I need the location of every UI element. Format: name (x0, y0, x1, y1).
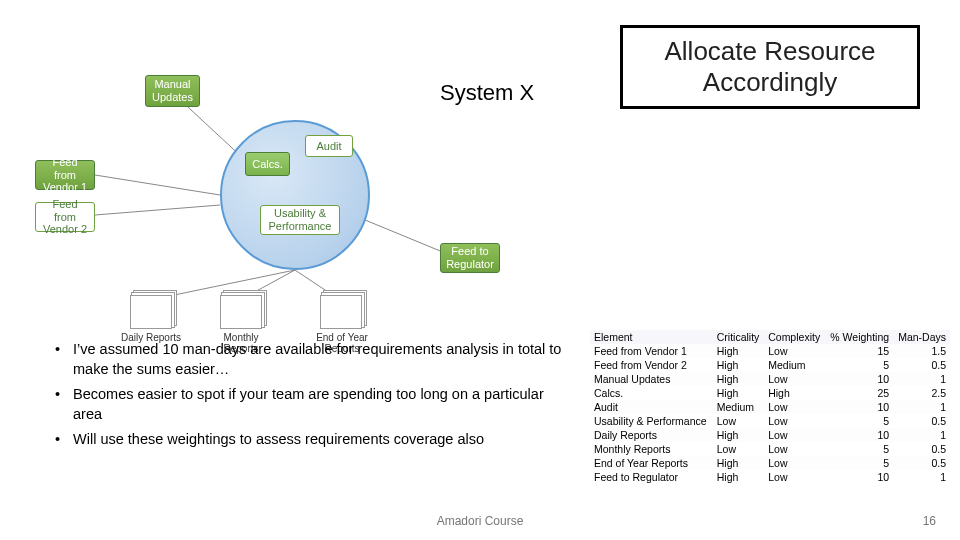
cell-wt: 10 (825, 428, 893, 442)
svg-line-2 (95, 205, 220, 215)
table-row: Daily ReportsHighLow101 (590, 428, 950, 442)
footer-page-number: 16 (923, 514, 936, 528)
table-row: Manual UpdatesHighLow101 (590, 372, 950, 386)
cell-comp: Low (764, 414, 825, 428)
svg-line-6 (365, 220, 450, 255)
cell-crit: High (713, 456, 764, 470)
col-criticality: Criticality (713, 330, 764, 344)
weighting-table: Element Criticality Complexity % Weighti… (590, 330, 950, 484)
cell-md: 1.5 (893, 344, 950, 358)
cell-md: 2.5 (893, 386, 950, 400)
cell-wt: 25 (825, 386, 893, 400)
cell-wt: 10 (825, 400, 893, 414)
cell-wt: 10 (825, 470, 893, 484)
bullet-item: I’ve assumed 10 man-days are available f… (55, 340, 575, 379)
cell-md: 1 (893, 470, 950, 484)
bullet-item: Becomes easier to spot if your team are … (55, 385, 575, 424)
cell-wt: 10 (825, 372, 893, 386)
cell-el: Monthly Reports (590, 442, 713, 456)
table-row: Feed from Vendor 1HighLow151.5 (590, 344, 950, 358)
cell-comp: Low (764, 428, 825, 442)
cell-md: 0.5 (893, 456, 950, 470)
stack-icon (220, 295, 262, 329)
box-feed-vendor-1: Feed from Vendor 1 (35, 160, 95, 190)
cell-md: 1 (893, 400, 950, 414)
cell-el: Feed to Regulator (590, 470, 713, 484)
cell-comp: Low (764, 344, 825, 358)
table-header-row: Element Criticality Complexity % Weighti… (590, 330, 950, 344)
cell-comp: High (764, 386, 825, 400)
cell-crit: High (713, 470, 764, 484)
box-feed-regulator: Feed to Regulator (440, 243, 500, 273)
box-audit: Audit (305, 135, 353, 157)
cell-el: End of Year Reports (590, 456, 713, 470)
cell-md: 0.5 (893, 358, 950, 372)
cell-crit: Medium (713, 400, 764, 414)
cell-el: Manual Updates (590, 372, 713, 386)
cell-wt: 5 (825, 456, 893, 470)
cell-comp: Medium (764, 358, 825, 372)
table-row: Feed from Vendor 2HighMedium50.5 (590, 358, 950, 372)
cell-crit: Low (713, 414, 764, 428)
cell-wt: 5 (825, 414, 893, 428)
cell-md: 1 (893, 372, 950, 386)
cell-comp: Low (764, 372, 825, 386)
cell-el: Usability & Performance (590, 414, 713, 428)
bullet-item: Will use these weightings to assess requ… (55, 430, 575, 450)
cell-crit: High (713, 344, 764, 358)
box-calcs: Calcs. (245, 152, 290, 176)
box-manual-updates: Manual Updates (145, 75, 200, 107)
stack-icon (130, 295, 172, 329)
footer-course: Amadori Course (0, 514, 960, 528)
cell-comp: Low (764, 470, 825, 484)
table-row: End of Year ReportsHighLow50.5 (590, 456, 950, 470)
title-line-1: Allocate Resource (665, 36, 876, 66)
slide-title: Allocate Resource Accordingly (620, 25, 920, 109)
cell-comp: Low (764, 442, 825, 456)
bullet-list: I’ve assumed 10 man-days are available f… (55, 340, 575, 456)
svg-line-1 (95, 175, 220, 195)
cell-el: Feed from Vendor 1 (590, 344, 713, 358)
system-diagram: Manual Updates Feed from Vendor 1 Feed f… (20, 50, 640, 310)
stack-icon (320, 295, 362, 329)
cell-wt: 5 (825, 358, 893, 372)
col-element: Element (590, 330, 713, 344)
cell-wt: 15 (825, 344, 893, 358)
cell-el: Calcs. (590, 386, 713, 400)
table-row: Monthly ReportsLowLow50.5 (590, 442, 950, 456)
col-man-days: Man-Days (893, 330, 950, 344)
cell-crit: High (713, 358, 764, 372)
cell-crit: Low (713, 442, 764, 456)
box-feed-vendor-2: Feed from Vendor 2 (35, 202, 95, 232)
table-row: Feed to RegulatorHighLow101 (590, 470, 950, 484)
table-body: Feed from Vendor 1HighLow151.5Feed from … (590, 344, 950, 484)
cell-el: Feed from Vendor 2 (590, 358, 713, 372)
col-complexity: Complexity (764, 330, 825, 344)
cell-crit: High (713, 428, 764, 442)
cell-el: Daily Reports (590, 428, 713, 442)
cell-crit: High (713, 386, 764, 400)
table-row: Calcs.HighHigh252.5 (590, 386, 950, 400)
table-row: AuditMediumLow101 (590, 400, 950, 414)
box-usability-performance: Usability & Performance (260, 205, 340, 235)
cell-el: Audit (590, 400, 713, 414)
cell-wt: 5 (825, 442, 893, 456)
cell-comp: Low (764, 456, 825, 470)
title-line-2: Accordingly (703, 67, 837, 97)
cell-md: 0.5 (893, 442, 950, 456)
cell-md: 0.5 (893, 414, 950, 428)
col-weighting: % Weighting (825, 330, 893, 344)
cell-md: 1 (893, 428, 950, 442)
table-row: Usability & PerformanceLowLow50.5 (590, 414, 950, 428)
cell-comp: Low (764, 400, 825, 414)
cell-crit: High (713, 372, 764, 386)
